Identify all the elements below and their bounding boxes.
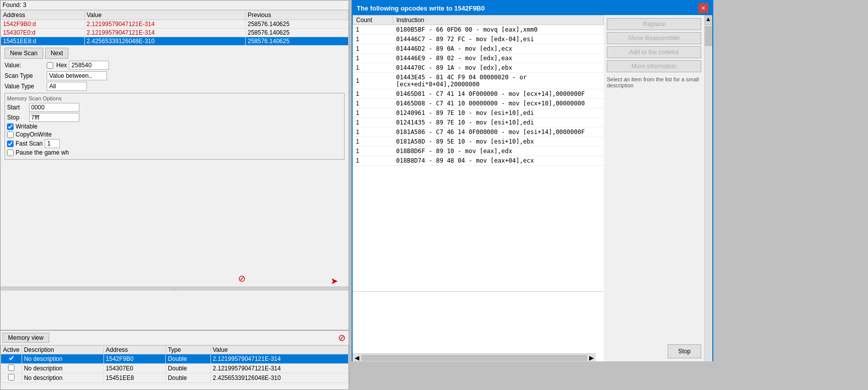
opcode-table-row[interactable]: 10181A586 - C7 46 14 0F000000 - mov [esi… [353,127,604,137]
add-to-codelist-button[interactable]: Add to the codelist [607,46,701,58]
address-table-row[interactable]: 1542F9B0:d2.12199579047121E-314258576.14… [1,20,349,29]
hex-label: Hex [56,62,67,69]
instruction-cell: 018B8D6F - 89 10 - mov [eax],edx [393,147,604,156]
opcode-content-wrapper: Count Instruction 10180B5BF - 66 0FD6 00… [353,15,604,361]
instruction-cell: 0180B5BF - 66 0FD6 00 - movq [eax],xmm0 [393,25,604,35]
pause-game-row: Pause the game wh [7,149,342,156]
description-col-header: Description [22,346,103,354]
opcode-table-row[interactable]: 1018B8D74 - 89 48 04 - mov [eax+04],ecx [353,156,604,166]
opcode-table-row[interactable]: 101465D08 - C7 41 10 00000000 - mov [ecx… [353,99,604,108]
next-button[interactable]: Next [45,48,69,59]
opcode-table-row[interactable]: 10181A58D - 89 5E 10 - mov [esi+10],ebx [353,137,604,147]
opcode-dialog: The following opcodes write to 1542F9B0 … [352,0,713,361]
value-cell: 2.42565339126048E-310 [84,37,245,46]
dialog-titlebar: The following opcodes write to 1542F9B0 … [353,1,712,15]
instruction-cell: 01240961 - 89 7E 10 - mov [esi+10],edi [393,108,604,118]
dialog-title: The following opcodes write to 1542F9B0 [357,5,485,12]
stop-button[interactable]: Stop [668,344,701,358]
active-col-header: Active [1,346,22,354]
value-row: Value: Hex [5,61,345,70]
instruction-cell: 01443E45 - 81 4C F9 04 00000020 - or [ec… [393,73,604,89]
pause-game-checkbox[interactable] [7,150,14,156]
description-cell: No description [22,364,103,373]
dialog-close-button[interactable]: × [698,3,708,13]
active-cell[interactable] [1,364,22,373]
active-checkbox[interactable] [8,355,15,361]
replace-button[interactable]: Replace [607,18,701,30]
more-information-button[interactable]: More information [607,60,701,72]
opcode-table-row[interactable]: 1018B8D6F - 89 10 - mov [eax],edx [353,147,604,156]
scroll-right-btn[interactable]: ▶ [587,354,596,361]
opcode-table-row[interactable]: 101465D01 - C7 41 14 0F000000 - mov [ecx… [353,89,604,99]
stop-row: Stop [7,113,342,122]
scan-type-input[interactable] [47,71,107,80]
hex-checkbox[interactable] [47,62,53,69]
count-cell: 1 [353,73,393,89]
fast-scan-input[interactable] [45,139,60,148]
scroll-up-btn[interactable]: ▲ [705,15,712,25]
count-cell: 1 [353,35,393,44]
active-cell[interactable] [1,354,22,364]
copy-on-write-row: CopyOnWrite [7,131,342,138]
active-cell[interactable] [1,373,22,383]
address-table-row[interactable]: 15451EE8:d2.42565339126048E-310258576.14… [1,37,349,46]
opcode-table: Count Instruction 10180B5BF - 66 0FD6 00… [353,15,604,166]
opcode-table-row[interactable]: 101443E45 - 81 4C F9 04 00000020 - or [e… [353,73,604,89]
start-input[interactable] [29,103,79,112]
instruction-col-header: Instruction [393,16,604,25]
stop-icon: ⊘ [238,274,246,284]
scroll-left-btn[interactable]: ◀ [353,354,361,361]
instruction-cell: 0181A58D - 89 5E 10 - mov [esi+10],ebx [393,137,604,147]
right-scrollbar[interactable]: ▲ [704,15,712,361]
address-table-row[interactable]: 154307E0:d2.12199579047121E-314258576.14… [1,29,349,37]
drag-handle[interactable]: ⋯ [1,287,349,291]
instruction-cell: 01465D08 - C7 41 10 00000000 - mov [ecx+… [393,99,604,108]
opcode-table-row[interactable]: 101241435 - 89 7E 10 - mov [esi+10],edi [353,118,604,127]
memory-scan-options: Memory Scan Options Start Stop Writable … [5,93,345,160]
bottom-scrollbar[interactable]: ◀ ▶ [353,353,596,361]
opcode-table-row[interactable]: 10144470C - 89 1A - mov [edx],ebx [353,63,604,73]
value-type-input[interactable] [47,82,87,91]
instruction-cell: 01465D01 - C7 41 14 0F000000 - mov [ecx+… [393,89,604,99]
code-table-row[interactable]: No description154307E0Double2.1219957904… [1,364,349,373]
count-cell: 1 [353,44,393,54]
count-cell: 1 [353,118,393,127]
writable-label: Writable [16,123,38,130]
count-cell: 1 [353,25,393,35]
value-cell: 2.12199579047121E-314 [84,20,245,29]
value-cell: 2.12199579047121E-314 [84,29,245,37]
value-cell2: 2.12199579047121E-314 [210,354,349,364]
opcode-table-row[interactable]: 1014446D2 - 89 0A - mov [edx],ecx [353,44,604,54]
count-cell: 1 [353,108,393,118]
scanner-window: Found: 3 Address Value Previous 1542F9B0… [0,0,349,351]
show-disassembler-button[interactable]: Show disassembler [607,32,701,44]
new-scan-button[interactable]: New Scan [5,48,43,59]
copy-on-write-checkbox[interactable] [7,132,14,138]
code-table: Active Description Address Type Value No… [1,345,349,383]
found-count: Found: 3 [3,2,26,9]
active-checkbox[interactable] [8,374,15,380]
type-cell: Double [166,364,210,373]
scroll-thumb[interactable] [705,26,712,46]
count-cell: 1 [353,63,393,73]
count-col-header: Count [353,16,393,25]
hex-value-input[interactable] [69,61,109,70]
fast-scan-checkbox[interactable] [7,141,14,147]
code-table-row[interactable]: No description1542F9B0Double2.1219957904… [1,354,349,364]
opcode-table-row[interactable]: 10180B5BF - 66 0FD6 00 - movq [eax],xmm0 [353,25,604,35]
fast-scan-row: Fast Scan [7,139,342,148]
code-table-row[interactable]: No description15451EE8Double2.4256533912… [1,373,349,383]
opcode-table-row[interactable]: 1014446C7 - 89 72 FC - mov [edx-04],esi [353,35,604,44]
stop-icon-area: ⊘ [238,273,248,283]
address-cell: 1542F9B0:d [1,20,85,29]
value-col-header2: Value [210,346,349,354]
writable-checkbox[interactable] [7,123,14,130]
opcode-table-row[interactable]: 101240961 - 89 7E 10 - mov [esi+10],edi [353,108,604,118]
active-checkbox[interactable] [8,364,15,371]
opcode-table-row[interactable]: 1014446E9 - 89 02 - mov [edx],eax [353,54,604,63]
memory-view-button[interactable]: Memory view [3,333,49,343]
previous-cell: 258576.140625 [245,29,348,37]
fast-scan-label: Fast Scan [16,140,43,147]
stop-input[interactable] [29,113,79,122]
value-cell2: 2.42565339126048E-310 [210,373,349,383]
